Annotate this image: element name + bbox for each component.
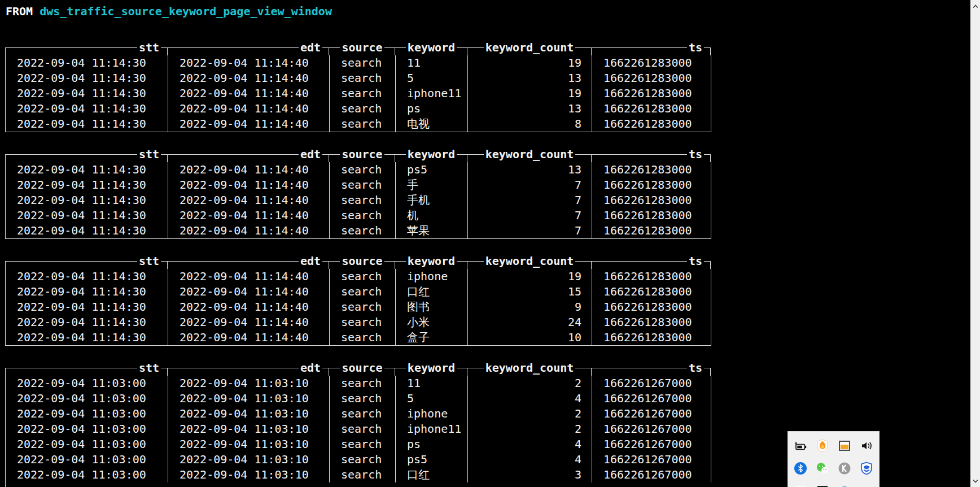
cell-keyword: iphone11 [396, 86, 468, 101]
cell-edt: 2022-09-04 11:14:40 [168, 315, 330, 330]
table-row: 2022-09-04 11:14:302022-09-04 11:14:40se… [6, 177, 711, 193]
table-row: 2022-09-04 11:03:002022-09-04 11:03:10se… [6, 391, 711, 406]
cell-stt: 2022-09-04 11:14:30 [6, 193, 168, 208]
cell-edt: 2022-09-04 11:03:10 [168, 437, 330, 452]
table-row: 2022-09-04 11:14:302022-09-04 11:14:40se… [6, 116, 711, 132]
console-screen: { "colors": { "background": "#000000", "… [0, 0, 980, 487]
cell-edt: 2022-09-04 11:14:40 [168, 162, 330, 177]
cell-keyword: 机 [396, 208, 468, 223]
cell-edt: 2022-09-04 11:14:40 [168, 269, 330, 284]
cell-keyword: iphone [396, 406, 468, 421]
cell-stt: 2022-09-04 11:14:30 [6, 223, 168, 238]
column-header: keyword [395, 40, 467, 55]
cell-source: search [330, 71, 396, 86]
cell-source: search [330, 376, 396, 391]
chevron-down-icon[interactable] [970, 476, 980, 485]
cell-keyword_count: 13 [468, 162, 592, 177]
cell-ts: 1662261267000 [592, 467, 711, 482]
column-header-label: stt [137, 147, 161, 162]
cell-edt: 2022-09-04 11:14:40 [168, 223, 330, 238]
battery-power-icon[interactable] [794, 439, 807, 453]
table-row: 2022-09-04 11:14:302022-09-04 11:14:40se… [6, 55, 711, 71]
table-row: 2022-09-04 11:14:302022-09-04 11:14:40se… [6, 269, 711, 284]
cell-keyword: 11 [396, 376, 468, 391]
cell-keyword_count: 7 [468, 177, 592, 193]
cell-stt: 2022-09-04 11:14:30 [6, 71, 168, 86]
cell-keyword_count: 2 [468, 406, 592, 421]
column-header: edt [168, 360, 329, 376]
cell-ts: 1662261267000 [592, 376, 711, 391]
column-header: keyword [395, 147, 467, 162]
cell-source: search [330, 406, 396, 421]
cell-keyword: 5 [396, 71, 468, 86]
cell-ts: 1662261267000 [592, 421, 711, 437]
column-header: stt [5, 254, 168, 269]
flame-shield-icon[interactable] [816, 439, 829, 453]
table-row: 2022-09-04 11:14:302022-09-04 11:14:40se… [6, 86, 711, 101]
result-table: sttedtsourcekeywordkeyword_countts2022-0… [5, 254, 711, 346]
column-header: source [329, 360, 395, 376]
column-header: ts [592, 40, 711, 55]
cell-ts: 1662261283000 [592, 177, 711, 193]
cell-source: search [330, 116, 396, 132]
cell-keyword: 小米 [396, 315, 468, 330]
cell-ts: 1662261283000 [592, 162, 711, 177]
column-header-label: keyword_count [484, 360, 576, 376]
cell-ts: 1662261283000 [592, 86, 711, 101]
cell-stt: 2022-09-04 11:03:00 [6, 391, 168, 406]
cell-ts: 1662261283000 [592, 299, 711, 315]
cell-ts: 1662261283000 [592, 208, 711, 223]
cell-source: search [330, 299, 396, 315]
cell-keyword: 图书 [396, 299, 468, 315]
cell-source: search [330, 391, 396, 406]
table-row: 2022-09-04 11:03:002022-09-04 11:03:10se… [6, 467, 711, 482]
cell-keyword_count: 7 [468, 223, 592, 238]
column-header: source [329, 40, 395, 55]
result-table: sttedtsourcekeywordkeyword_countts2022-0… [5, 40, 711, 132]
cell-source: search [330, 437, 396, 452]
column-header-label: ts [687, 254, 704, 269]
table-row: 2022-09-04 11:14:302022-09-04 11:14:40se… [6, 208, 711, 223]
cell-keyword_count: 3 [468, 467, 592, 482]
cell-source: search [330, 177, 396, 193]
cell-stt: 2022-09-04 11:03:00 [6, 467, 168, 482]
table-row: 2022-09-04 11:14:302022-09-04 11:14:40se… [6, 71, 711, 86]
cell-keyword_count: 9 [468, 299, 592, 315]
cell-edt: 2022-09-04 11:03:10 [168, 452, 330, 467]
table-row: 2022-09-04 11:14:302022-09-04 11:14:40se… [6, 162, 711, 177]
cell-keyword: ps5 [396, 162, 468, 177]
green-app-icon[interactable] [816, 484, 829, 487]
cell-ts: 1662261283000 [592, 284, 711, 299]
cell-edt: 2022-09-04 11:03:10 [168, 421, 330, 437]
cell-edt: 2022-09-04 11:14:40 [168, 55, 330, 71]
column-header: edt [168, 40, 329, 55]
cell-stt: 2022-09-04 11:03:00 [6, 376, 168, 391]
blue-dot-icon[interactable] [838, 484, 851, 487]
cell-keyword: ps [396, 101, 468, 116]
column-header-label: keyword [406, 40, 457, 55]
column-header-label: keyword_count [484, 254, 576, 269]
table-row: 2022-09-04 11:14:302022-09-04 11:14:40se… [6, 193, 711, 208]
partial-app-icon[interactable] [860, 484, 873, 487]
scrollbar[interactable] [970, 0, 980, 487]
cell-edt: 2022-09-04 11:14:40 [168, 284, 330, 299]
column-header: stt [5, 147, 168, 162]
letter-k-icon[interactable] [838, 462, 851, 475]
column-header: edt [168, 254, 329, 269]
cell-ts: 1662261267000 [592, 437, 711, 452]
blue-shield-icon[interactable] [860, 462, 873, 475]
wechat-icon[interactable] [816, 462, 829, 475]
column-header-label: keyword [406, 147, 457, 162]
table-row: 2022-09-04 11:03:002022-09-04 11:03:10se… [6, 437, 711, 452]
cell-ts: 1662261283000 [592, 71, 711, 86]
cell-keyword_count: 7 [468, 208, 592, 223]
cell-keyword_count: 13 [468, 101, 592, 116]
chevron-up-icon[interactable] [970, 2, 980, 11]
window-outline-icon[interactable] [794, 484, 807, 487]
volume-icon[interactable] [860, 439, 873, 453]
column-header: ts [592, 360, 711, 376]
column-header: stt [5, 360, 168, 376]
table-row: 2022-09-04 11:14:302022-09-04 11:14:40se… [6, 101, 711, 116]
bluetooth-icon[interactable] [794, 462, 807, 475]
app-window-icon[interactable] [838, 439, 851, 453]
